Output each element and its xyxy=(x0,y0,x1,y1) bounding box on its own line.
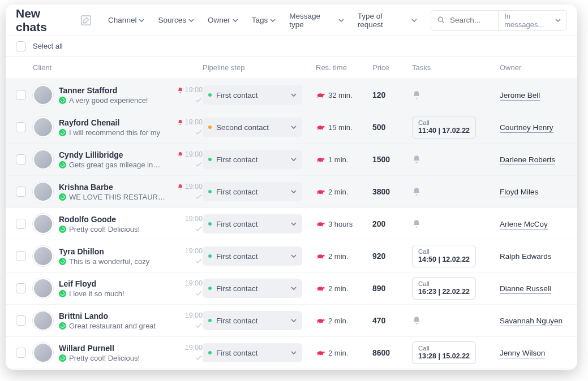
col-price[interactable]: Price xyxy=(372,63,412,72)
avatar[interactable] xyxy=(33,214,53,234)
table-row[interactable]: Willard Purnell Pretty cool! Delicious! … xyxy=(6,337,577,369)
task-card[interactable]: Call 14:50 | 12.02.22 xyxy=(412,245,476,267)
response-time: 2 min. xyxy=(328,317,348,325)
owner-link[interactable]: Savannah Nguyen xyxy=(500,317,563,326)
bell-icon[interactable] xyxy=(412,155,421,164)
filter-owner[interactable]: Owner xyxy=(202,8,244,32)
compose-icon[interactable] xyxy=(80,14,92,27)
turtle-icon xyxy=(316,156,325,163)
pipeline-select[interactable]: First contact xyxy=(203,182,302,201)
price: 8600 xyxy=(372,348,412,357)
bell-icon[interactable] xyxy=(412,187,421,196)
pipeline-select[interactable]: First contact xyxy=(203,85,302,105)
owner-link[interactable]: Darlene Roberts xyxy=(500,155,555,165)
price: 120 xyxy=(372,90,412,99)
svg-point-31 xyxy=(323,319,325,321)
task-card[interactable]: Call 11:40 | 17.02.22 xyxy=(412,116,476,138)
avatar[interactable] xyxy=(33,117,53,137)
svg-rect-12 xyxy=(317,161,318,162)
filter-message-type[interactable]: Message type xyxy=(284,8,349,32)
pipeline-label: First contact xyxy=(216,91,258,99)
message-preview: Pretty cool! Delicious! xyxy=(69,354,140,362)
table-row[interactable]: Tyra Dhillon This is a wonderful, cozy 1… xyxy=(6,240,577,272)
check-icon xyxy=(195,354,203,362)
pipeline-select[interactable]: First contact xyxy=(203,214,302,233)
row-checkbox[interactable] xyxy=(16,154,26,164)
avatar[interactable] xyxy=(33,343,53,363)
message-time: 19:00 xyxy=(185,118,203,126)
client-name: Brittni Lando xyxy=(59,311,108,321)
price: 890 xyxy=(372,284,412,293)
table-row[interactable]: Leif Floyd I love it so much! 19:00 Firs… xyxy=(6,272,577,305)
table-row[interactable]: Rodolfo Goode Pretty cool! Delicious! 19… xyxy=(6,208,577,240)
avatar[interactable] xyxy=(33,278,53,298)
bell-icon[interactable] xyxy=(412,219,421,228)
filter-sources[interactable]: Sources xyxy=(152,8,200,32)
col-res[interactable]: Res. time xyxy=(316,63,372,72)
bell-alert-icon xyxy=(177,119,183,125)
task-card[interactable]: Call 16:23 | 22.02.22 xyxy=(412,277,476,300)
avatar[interactable] xyxy=(33,246,53,266)
select-all-checkbox[interactable] xyxy=(16,41,26,51)
table-row[interactable]: Rayford Chenail I will recommend this fo… xyxy=(6,111,577,144)
avatar[interactable] xyxy=(33,310,53,331)
svg-point-19 xyxy=(323,223,325,224)
filter-request-type[interactable]: Type of request xyxy=(352,8,423,32)
pipeline-select[interactable]: First contact xyxy=(203,343,302,362)
response-time: 3 hours xyxy=(328,220,353,228)
row-checkbox[interactable] xyxy=(16,251,26,261)
col-client[interactable]: Client xyxy=(33,63,203,72)
bell-icon[interactable] xyxy=(412,316,421,325)
avatar[interactable] xyxy=(33,149,53,170)
owner-link[interactable]: Jenny Wilson xyxy=(500,349,545,358)
owner-link[interactable]: Jerome Bell xyxy=(500,91,540,101)
svg-rect-8 xyxy=(317,129,318,130)
task-card[interactable]: Call 13:28 | 15.02.22 xyxy=(412,341,476,364)
response-time: 2 min. xyxy=(328,188,348,196)
chevron-down-icon xyxy=(139,18,144,23)
bell-icon[interactable] xyxy=(412,90,421,99)
row-checkbox[interactable] xyxy=(16,348,26,358)
owner-link[interactable]: Dianne Russell xyxy=(500,284,551,294)
table-row[interactable]: Tanner Stafford A very good experience! … xyxy=(6,79,577,111)
row-checkbox[interactable] xyxy=(16,315,26,326)
pipeline-select[interactable]: First contact xyxy=(203,279,302,298)
search-input[interactable] xyxy=(450,16,490,24)
turtle-icon xyxy=(316,317,325,324)
client-name: Willard Purnell xyxy=(59,344,114,353)
col-owner[interactable]: Owner xyxy=(500,63,567,72)
col-tasks[interactable]: Tasks xyxy=(412,63,500,72)
filter-tags[interactable]: Tags xyxy=(246,8,282,32)
pipeline-select[interactable]: First contact xyxy=(203,246,302,266)
chevron-down-icon xyxy=(411,18,417,23)
svg-rect-28 xyxy=(317,290,318,291)
row-checkbox[interactable] xyxy=(16,90,26,100)
search-scope-select[interactable]: In messages... xyxy=(499,11,566,30)
response-time: 15 min. xyxy=(328,123,353,132)
table-row[interactable]: Cyndy Lillibridge Gets great gas mileage… xyxy=(6,144,577,176)
pipeline-select[interactable]: First contact xyxy=(203,150,302,169)
row-checkbox[interactable] xyxy=(16,122,26,132)
owner-link[interactable]: Arlene McCoy xyxy=(500,220,548,230)
pipeline-label: First contact xyxy=(216,220,258,228)
avatar[interactable] xyxy=(33,181,53,202)
pipeline-label: First contact xyxy=(216,284,258,293)
avatar[interactable] xyxy=(33,85,53,105)
table-row[interactable]: Brittni Lando Great restaurant and great… xyxy=(6,305,577,337)
pipeline-select[interactable]: Second contact xyxy=(203,118,302,137)
owner-link[interactable]: Floyd Miles xyxy=(500,188,538,197)
table-row[interactable]: Krishna Barbe WE LOVE THIS RESTAUR… 19:0… xyxy=(6,176,577,208)
turtle-icon xyxy=(316,92,325,98)
owner-link[interactable]: Courtney Henry xyxy=(500,123,553,133)
pipeline-select[interactable]: First contact xyxy=(203,311,302,330)
row-checkbox[interactable] xyxy=(16,187,26,197)
price: 500 xyxy=(372,123,412,132)
owner-link[interactable]: Ralph Edwards xyxy=(500,252,552,261)
row-checkbox[interactable] xyxy=(16,219,26,229)
row-checkbox[interactable] xyxy=(16,283,26,293)
turtle-icon xyxy=(316,349,325,356)
col-pipeline[interactable]: Pipeline step xyxy=(203,63,316,72)
filter-channel[interactable]: Channel xyxy=(102,8,150,32)
chevron-down-icon xyxy=(291,221,297,227)
message-time: 19:00 xyxy=(185,86,203,94)
